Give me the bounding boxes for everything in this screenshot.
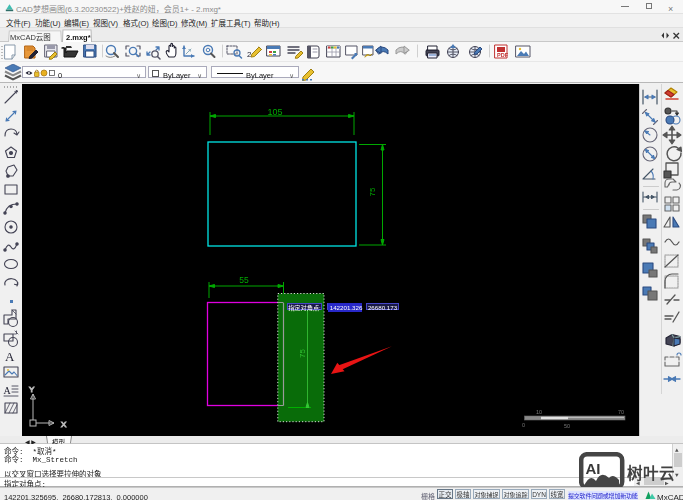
svg-text:A: A bbox=[5, 349, 15, 364]
svg-text:2: 2 bbox=[247, 50, 252, 59]
svg-text:0: 0 bbox=[522, 422, 525, 428]
svg-text:10: 10 bbox=[536, 409, 542, 415]
svg-text:X: X bbox=[61, 420, 67, 429]
svg-text:75: 75 bbox=[368, 187, 377, 196]
svg-text:75: 75 bbox=[298, 349, 307, 358]
svg-text:A: A bbox=[4, 385, 12, 396]
svg-text:105: 105 bbox=[267, 107, 282, 117]
svg-text:50: 50 bbox=[564, 423, 570, 429]
svg-text:70: 70 bbox=[618, 409, 624, 415]
svg-text:PDF: PDF bbox=[497, 52, 509, 58]
svg-text:Y: Y bbox=[29, 385, 35, 394]
svg-text:55: 55 bbox=[239, 275, 249, 285]
svg-text:AI: AI bbox=[586, 460, 601, 477]
